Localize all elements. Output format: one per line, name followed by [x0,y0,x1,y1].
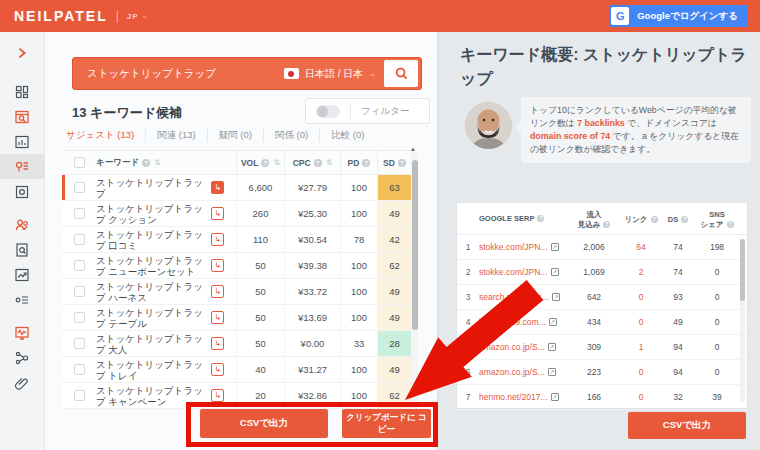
table-row[interactable]: ストッケトリップトラップ ハーネス↳ 50 ¥33.72 100 49 [62,279,411,305]
table-row[interactable]: ストッケトリップトラップ トレイ↳ 40 ¥31.27 100 49 [62,357,411,383]
table-row[interactable]: ストッケトリップトラップ キャンペーン↳ 20 ¥32.86 100 62 [62,383,411,409]
help-icon[interactable]: ? [651,216,658,223]
tab-related[interactable]: 関連 (13) [146,129,208,142]
tab-comparisons[interactable]: 比較 (0) [320,129,375,142]
sidebar-item-dashboard[interactable] [0,79,45,104]
serp-scrollbar[interactable] [740,239,745,403]
column-cpc[interactable]: CPC [293,158,311,168]
expand-keyword-icon[interactable]: ↳ [211,233,224,246]
table-row[interactable]: ストッケトリップトラップ 口コミ↳ 110 ¥30.54 78 42 [62,227,411,253]
serp-url-link[interactable]: amazon.co.jp/S... [479,342,545,352]
serp-url-link[interactable]: henmo.net/2017... [479,392,548,402]
expand-keyword-icon[interactable]: ↳ [211,337,224,350]
scrollbar-thumb[interactable] [740,239,745,301]
row-checkbox[interactable] [74,182,85,193]
sort-icon[interactable]: ⇅ [273,158,280,167]
table-row[interactable]: ストッケトリップトラップ 大人↳ 50 ¥0.00 33 28 [62,331,411,357]
serp-url-link[interactable]: stokke.com/JPN... [479,242,548,252]
filter-toggle[interactable] [316,105,340,118]
expand-keyword-icon[interactable]: ↳ [211,363,224,376]
help-icon[interactable]: ? [142,159,150,167]
scrollbar-thumb[interactable] [412,160,418,330]
serp-url-link[interactable]: search.rakuten.c... [479,292,549,302]
sidebar-item-traffic[interactable] [0,129,45,154]
row-checkbox[interactable] [74,260,85,271]
expand-keyword-icon[interactable]: ↳ [211,285,224,298]
serp-url-link[interactable]: blossom39.com... [479,317,546,327]
sidebar-expand-button[interactable] [0,40,45,65]
language-selector[interactable]: 日本語 / 日本 [305,67,363,81]
external-link-icon[interactable]: ↗ [551,393,559,401]
column-keyword[interactable]: キーワード [96,157,139,168]
links-cell[interactable]: 0 [621,392,661,402]
search-button[interactable] [384,60,418,87]
sidebar-item-outreach[interactable] [0,370,45,395]
sidebar-item-competitors[interactable] [0,212,45,237]
row-checkbox[interactable] [74,208,85,219]
row-checkbox[interactable] [74,234,85,245]
links-cell[interactable]: 0 [621,367,661,377]
expand-keyword-icon[interactable]: ↳ [211,311,224,324]
table-row[interactable]: ストッケトリップトラップ↳ 6,600 ¥27.79 100 63 [62,175,411,201]
sidebar-item-site-audit[interactable] [0,104,45,129]
serp-url-link[interactable]: amazon.co.jp/S... [479,367,545,377]
expand-keyword-icon[interactable]: ↳ [211,259,224,272]
external-link-icon[interactable]: ↗ [552,293,560,301]
search-input[interactable]: ストッケトリップトラップ [87,67,284,81]
keyword-search-bar[interactable]: ストッケトリップトラップ 日本語 / 日本 ⌄ [72,57,422,90]
copy-clipboard-button[interactable]: クリップボードに コピー [342,409,431,438]
links-cell[interactable]: 1 [621,342,661,352]
external-link-icon[interactable]: ↗ [549,318,557,326]
help-icon[interactable]: ? [261,159,269,167]
links-cell[interactable]: 2 [621,267,661,277]
export-csv-button[interactable]: CSVで出力 [200,409,328,438]
expand-keyword-icon[interactable]: ↳ [211,389,224,402]
help-icon[interactable]: ? [681,216,688,223]
table-row[interactable]: ストッケトリップトラップ ニューボーンセット↳ 50 ¥39.38 100 62 [62,253,411,279]
sidebar-item-rank-tracking[interactable] [0,262,45,287]
external-link-icon[interactable]: ↗ [551,268,559,276]
google-login-button[interactable]: G Googleでログインする [609,5,748,27]
help-icon[interactable]: ? [537,215,544,222]
row-checkbox[interactable] [74,390,85,401]
sidebar-item-backlinks[interactable] [0,345,45,370]
table-row[interactable]: ストッケトリップトラップ テーブル↳ 50 ¥13.69 100 49 [62,305,411,331]
expand-keyword-icon[interactable]: ↳ [211,207,224,220]
tab-prepositions[interactable]: 関係 (0) [264,129,320,142]
help-icon[interactable]: ? [362,159,370,167]
sort-icon[interactable]: ⇅ [326,158,333,167]
table-row[interactable]: ストッケトリップトラップ クッション↳ 260 ¥25.30 100 49 [62,201,411,227]
filter-label[interactable]: フィルター [361,105,409,118]
table-scrollbar[interactable] [411,152,418,414]
select-all-checkbox[interactable] [74,157,85,168]
row-checkbox[interactable] [74,286,85,297]
sort-icon[interactable]: ⇅ [154,157,161,168]
locale-selector[interactable]: JP [127,12,139,21]
external-link-icon[interactable]: ↗ [551,243,559,251]
links-cell[interactable]: 0 [621,292,661,302]
tab-suggestions[interactable]: サジェスト (13) [55,129,146,142]
help-icon[interactable]: ? [398,159,406,167]
help-icon[interactable]: ? [727,221,734,228]
sidebar-item-monitoring[interactable] [0,320,45,345]
expand-keyword-icon[interactable]: ↳ [211,181,224,194]
row-checkbox[interactable] [74,338,85,349]
serp-export-csv-button[interactable]: CSVで出力 [628,412,746,439]
column-vol[interactable]: VOL [241,158,258,168]
sidebar-item-keyword-ideas[interactable] [0,154,45,179]
row-checkbox[interactable] [74,364,85,375]
links-cell[interactable]: 0 [621,317,661,327]
tab-questions[interactable]: 疑問 (0) [208,129,264,142]
column-sd[interactable]: SD [383,158,395,168]
column-pd[interactable]: PD [348,158,360,168]
links-cell[interactable]: 64 [621,242,661,252]
help-icon[interactable]: ? [603,221,610,228]
sidebar-item-content-ideas[interactable] [0,179,45,204]
row-checkbox[interactable] [74,312,85,323]
external-link-icon[interactable]: ↗ [548,368,556,376]
help-icon[interactable]: ? [314,159,322,167]
sidebar-item-labs[interactable] [0,287,45,312]
external-link-icon[interactable]: ↗ [548,343,556,351]
serp-url-link[interactable]: stokke.com/JPN... [479,267,548,277]
sidebar-item-keyword-research[interactable] [0,237,45,262]
